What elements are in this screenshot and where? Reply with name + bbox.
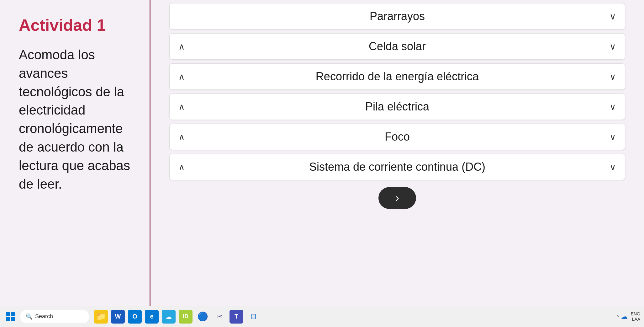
edge-icon[interactable]: e — [145, 310, 159, 324]
down-arrow-button[interactable]: ∨ — [610, 102, 616, 112]
onedrive-icon[interactable]: ☁ — [162, 310, 176, 324]
up-arrow-button[interactable]: ∧ — [178, 41, 185, 52]
start-button[interactable] — [4, 310, 18, 324]
search-label: Search — [35, 313, 53, 320]
network-icon[interactable]: 🖥 — [246, 310, 260, 324]
next-button-area: › — [169, 184, 625, 215]
left-panel: Actividad 1 Acomoda los avances tecnológ… — [0, 0, 150, 306]
sort-item: ∧Pararrayos∨ — [169, 3, 625, 29]
right-panel: ∧Pararrayos∨∧Celda solar∨∧Recorrido de l… — [150, 0, 644, 306]
sort-item: ∧Celda solar∨ — [169, 33, 625, 60]
down-arrow-button[interactable]: ∨ — [610, 132, 616, 142]
lang-line1: ENG — [631, 311, 640, 317]
sort-item-label: Foco — [191, 130, 603, 143]
chrome-icon[interactable]: 🔵 — [196, 310, 209, 324]
orcid-icon[interactable]: iD — [179, 310, 193, 324]
activity-title: Actividad 1 — [19, 16, 135, 35]
windows-icon — [6, 312, 15, 321]
down-arrow-button[interactable]: ∨ — [610, 41, 616, 52]
next-button[interactable]: › — [378, 187, 416, 209]
up-arrow-button[interactable]: ∧ — [178, 72, 185, 82]
sort-item: ∧Foco∨ — [169, 124, 625, 150]
cloud-icon: ☁ — [621, 313, 628, 321]
down-arrow-button[interactable]: ∨ — [610, 11, 616, 22]
sort-item-label: Pila eléctrica — [191, 100, 603, 113]
sort-item: ∧Recorrido de la energía eléctrica∨ — [169, 63, 625, 90]
activity-description: Acomoda los avances tecnológicos de la e… — [19, 46, 135, 193]
lang-line2: LAA — [631, 317, 640, 322]
sort-item-label: Celda solar — [191, 40, 603, 53]
taskbar-icons: 📁 W O e ☁ iD 🔵 ✂ T 🖥 — [94, 310, 260, 324]
search-bar[interactable]: 🔍 Search — [20, 310, 89, 323]
sort-item: ∧Pila eléctrica∨ — [169, 94, 625, 120]
word-icon[interactable]: W — [111, 310, 125, 324]
sort-item-label: Pararrayos — [191, 10, 603, 23]
down-arrow-button[interactable]: ∨ — [610, 162, 616, 172]
system-tray: ^ ☁ — [617, 313, 628, 321]
snipping-icon[interactable]: ✂ — [213, 310, 226, 324]
search-icon: 🔍 — [26, 313, 33, 320]
language-indicator: ENG LAA — [631, 311, 640, 322]
up-arrow-button[interactable]: ∧ — [178, 102, 185, 112]
down-arrow-button[interactable]: ∨ — [610, 72, 616, 82]
up-arrow-button[interactable]: ∧ — [178, 162, 185, 172]
folder-icon[interactable]: 📁 — [94, 310, 108, 324]
sort-item-label: Recorrido de la energía eléctrica — [191, 70, 603, 83]
sort-item-label: Sistema de corriente continua (DC) — [191, 160, 603, 174]
taskbar: 🔍 Search 📁 W O e ☁ iD 🔵 ✂ T 🖥 ^ ☁ ENG LA… — [0, 306, 644, 327]
taskbar-right: ^ ☁ ENG LAA — [617, 311, 640, 322]
up-arrow-button[interactable]: ∧ — [178, 132, 185, 142]
sort-item: ∧Sistema de corriente continua (DC)∨ — [169, 154, 625, 180]
outlook-icon[interactable]: O — [128, 310, 142, 324]
tray-chevron-icon[interactable]: ^ — [617, 314, 619, 319]
teams-icon[interactable]: T — [230, 310, 243, 324]
